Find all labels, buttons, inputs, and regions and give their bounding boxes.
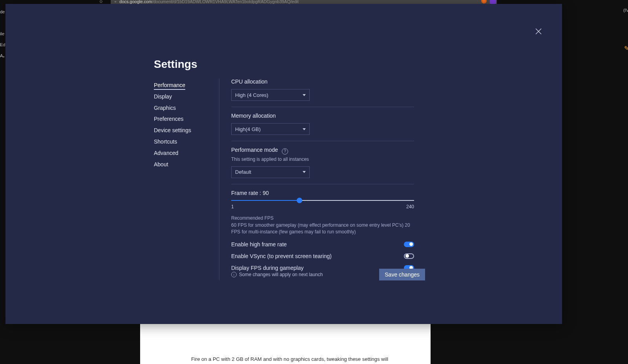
edit-pencil-icon[interactable]: ✎ — [624, 45, 628, 52]
memory-dropdown[interactable]: High(4 GB) — [231, 123, 310, 135]
footer-note: i Some changes will apply on next launch — [231, 272, 323, 277]
perf-mode-dropdown[interactable]: Default — [231, 166, 310, 178]
fps-note: Recommended FPS 60 FPS for smoother game… — [231, 215, 414, 236]
cpu-section: CPU allocation High (4 Cores) — [231, 78, 414, 107]
high-frame-rate-toggle[interactable] — [404, 242, 414, 247]
vsync-toggle[interactable] — [404, 253, 414, 259]
frame-rate-label: Frame rate : 90 — [231, 190, 414, 196]
cpu-dropdown[interactable]: High (4 Cores) — [231, 89, 310, 101]
sidebar-item-label: Preferences — [154, 116, 183, 122]
sidebar-item-label: Shortcuts — [154, 138, 177, 145]
sidebar-item-label: About — [154, 161, 168, 167]
sidebar-item-performance[interactable]: Performance — [154, 80, 217, 91]
chevron-down-icon — [303, 171, 306, 173]
sidebar-item-label: Device settings — [154, 127, 191, 133]
sidebar-item-advanced[interactable]: Advanced — [154, 147, 217, 159]
footer-row: i Some changes will apply on next launch… — [231, 269, 425, 280]
help-icon[interactable]: ? — [282, 148, 288, 155]
toggle-row-vsync: Enable VSync (to prevent screen tearing) — [231, 253, 414, 259]
perf-mode-section: Performance mode ? This setting is appli… — [231, 147, 414, 184]
cpu-dropdown-value: High (4 Cores) — [235, 92, 268, 98]
settings-modal: Settings PerformanceDisplayGraphicsPrefe… — [5, 4, 562, 324]
sidebar-item-about[interactable]: About — [154, 159, 217, 170]
settings-sidebar: PerformanceDisplayGraphicsPreferencesDev… — [154, 80, 217, 170]
sidebar-item-label: Graphics — [154, 105, 176, 111]
background-fragment: (IV — [623, 8, 628, 13]
cpu-label: CPU allocation — [231, 78, 414, 85]
close-icon[interactable] — [535, 27, 542, 35]
browser-extension-icon[interactable] — [490, 0, 496, 4]
frame-rate-slider[interactable] — [231, 200, 414, 201]
page-title: Settings — [154, 58, 197, 71]
memory-section: Memory allocation High(4 GB) — [231, 113, 414, 141]
sidebar-item-display[interactable]: Display — [154, 91, 217, 102]
frame-rate-section: Frame rate : 90 1 240 Recommended FPS 60… — [231, 190, 414, 277]
background-document-text: Fire on a PC with 2 GB of RAM and with n… — [191, 356, 388, 362]
sidebar-item-shortcuts[interactable]: Shortcuts — [154, 136, 217, 147]
sidebar-item-label: Performance — [154, 82, 185, 90]
slider-min: 1 — [231, 204, 234, 209]
sidebar-item-graphics[interactable]: Graphics — [154, 102, 217, 114]
toggle-label: Enable VSync (to prevent screen tearing) — [231, 253, 332, 259]
info-icon: i — [231, 272, 237, 277]
background-page-fragment-left: de ile Edi Aₐ — [0, 6, 5, 61]
memory-dropdown-value: High(4 GB) — [235, 126, 261, 132]
chevron-down-icon — [303, 128, 306, 130]
sidebar-item-preferences[interactable]: Preferences — [154, 113, 217, 125]
slider-thumb[interactable] — [297, 198, 302, 203]
save-changes-button[interactable]: Save changes — [379, 269, 425, 280]
toggle-row-high-frame-rate: Enable high frame rate — [231, 241, 414, 248]
sidebar-item-label: Display — [154, 93, 172, 100]
perf-mode-label: Performance mode ? — [231, 147, 414, 155]
divider — [219, 78, 219, 280]
perf-mode-dropdown-value: Default — [235, 169, 251, 175]
perf-mode-subtext: This setting is applied to all instances — [231, 157, 414, 162]
chevron-down-icon — [303, 94, 306, 96]
sidebar-item-device-settings[interactable]: Device settings — [154, 125, 217, 136]
memory-label: Memory allocation — [231, 113, 414, 119]
toggle-label: Enable high frame rate — [231, 241, 287, 248]
sidebar-item-label: Advanced — [154, 150, 178, 156]
slider-max: 240 — [406, 204, 414, 209]
settings-panel: CPU allocation High (4 Cores) Memory all… — [231, 78, 414, 282]
